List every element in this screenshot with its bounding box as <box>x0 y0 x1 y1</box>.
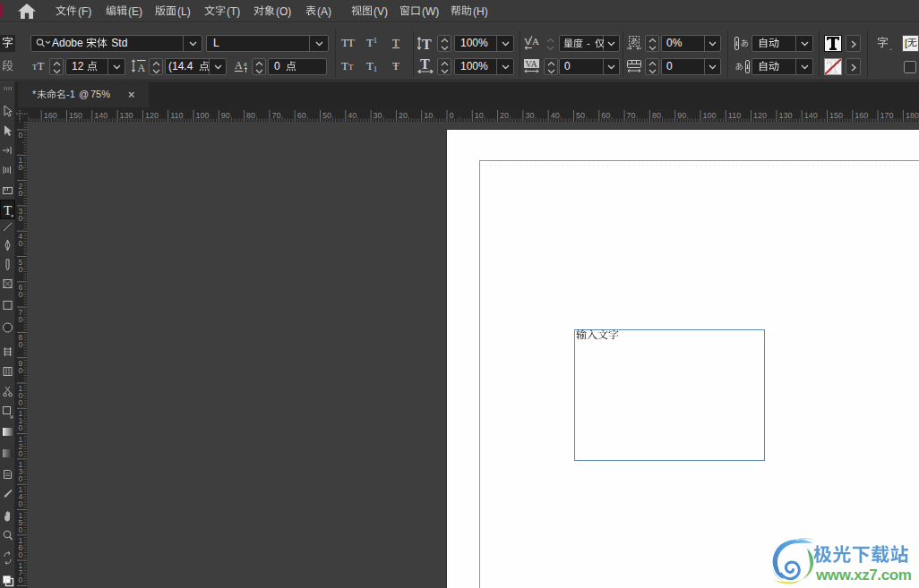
svg-text:40: 40 <box>348 111 356 120</box>
svg-text:30: 30 <box>525 111 534 120</box>
svg-text:160: 160 <box>855 111 868 120</box>
svg-text:120: 120 <box>145 111 159 120</box>
svg-text:140: 140 <box>94 111 107 120</box>
svg-text:10: 10 <box>424 111 433 120</box>
svg-text:0: 0 <box>19 423 23 432</box>
svg-text:0: 0 <box>450 111 454 120</box>
svg-text:150: 150 <box>69 111 82 120</box>
svg-text:20: 20 <box>500 111 509 120</box>
svg-text:100: 100 <box>196 111 210 120</box>
svg-text:60: 60 <box>297 111 306 120</box>
svg-text:50: 50 <box>576 111 585 120</box>
svg-text:160: 160 <box>44 111 57 120</box>
svg-text:VA: VA <box>526 59 538 69</box>
svg-text:A: A <box>138 62 146 72</box>
svg-text:90: 90 <box>221 111 230 120</box>
svg-text:170: 170 <box>880 111 894 120</box>
svg-text:T: T <box>420 58 430 72</box>
svg-text:0: 0 <box>19 474 23 483</box>
svg-text:0: 0 <box>19 550 23 559</box>
svg-text:T: T <box>422 37 432 50</box>
svg-text:A: A <box>532 36 539 47</box>
svg-text:90: 90 <box>677 111 686 120</box>
svg-text:110: 110 <box>728 111 741 120</box>
svg-text:140: 140 <box>804 111 818 120</box>
svg-text:0: 0 <box>19 525 23 534</box>
svg-text:150: 150 <box>829 111 843 120</box>
svg-text:0: 0 <box>19 449 23 458</box>
svg-text:0: 0 <box>19 131 23 140</box>
svg-text:10: 10 <box>475 111 484 120</box>
svg-text:110: 110 <box>170 111 183 120</box>
svg-text:80: 80 <box>652 111 661 120</box>
svg-text:130: 130 <box>120 111 133 120</box>
svg-text:70: 70 <box>627 111 636 120</box>
svg-text:30: 30 <box>374 111 382 120</box>
svg-text:80: 80 <box>246 111 255 120</box>
svg-text:0: 0 <box>19 398 23 407</box>
svg-text:0: 0 <box>19 575 23 584</box>
svg-text:130: 130 <box>778 111 792 120</box>
svg-text:T: T <box>4 203 12 217</box>
svg-text:50: 50 <box>322 111 331 120</box>
svg-text:20: 20 <box>399 111 408 120</box>
svg-text:40: 40 <box>551 111 560 120</box>
svg-text:70: 70 <box>271 111 280 120</box>
svg-text:0: 0 <box>19 499 23 508</box>
svg-text:180: 180 <box>906 111 919 120</box>
svg-text:a: a <box>244 60 247 68</box>
svg-text:100: 100 <box>703 111 717 120</box>
svg-text:120: 120 <box>753 111 767 120</box>
svg-text:60: 60 <box>601 111 610 120</box>
svg-text:A: A <box>235 59 243 72</box>
